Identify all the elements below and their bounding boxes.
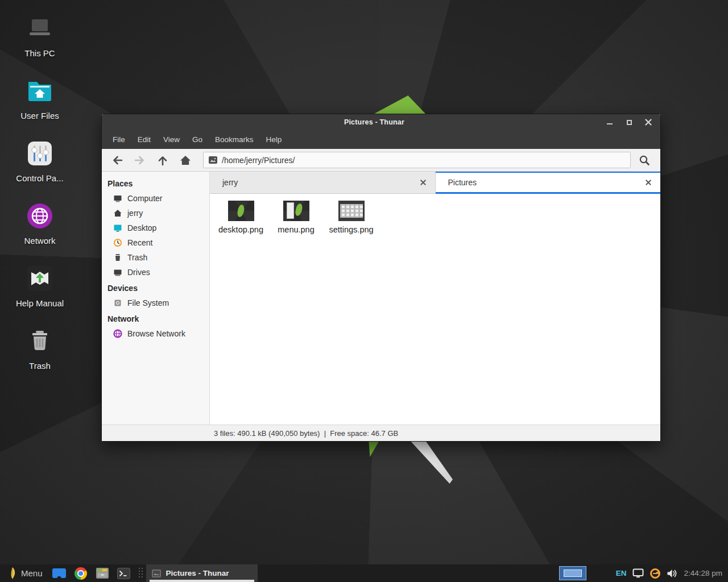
tab-close-icon[interactable] [420,179,427,186]
home-button[interactable] [176,152,195,169]
search-icon [638,154,651,167]
minimize-button[interactable] [606,118,614,126]
maximize-button[interactable] [625,118,633,126]
search-button[interactable] [634,152,655,169]
sidebar-item-label: Recent [127,238,152,247]
path-bar[interactable]: /home/jerry/Pictures/ [203,152,631,168]
tab-close-icon[interactable] [645,179,652,186]
distro-feather-icon [8,567,16,580]
desktop-icon-this-pc[interactable]: This PC [6,15,74,58]
desktop-icon-trash[interactable]: Trash [6,327,74,371]
file-cabinet-icon [96,567,109,579]
file-manager-launcher[interactable] [94,564,111,582]
sidebar: Places Computer jerry Desktop Recent [102,172,210,425]
desktop-icon-control-panel[interactable]: Control Pa... [6,140,74,183]
sidebar-item-recent[interactable]: Recent [102,235,209,250]
toolbar: /home/jerry/Pictures/ [102,149,660,172]
menu-button-label: Menu [21,568,43,578]
show-desktop-launcher[interactable] [51,564,68,582]
terminal-launcher[interactable] [115,564,133,582]
volume-icon[interactable] [667,569,677,578]
status-text: 3 files: 490.1 kB (490,050 bytes) | Free… [214,429,398,438]
back-button[interactable] [107,152,127,169]
taskbar-window-button[interactable]: Pictures - Thunar [146,564,258,582]
trash-icon [113,253,122,262]
desktop-wallpaper: This PC User Files Control Pa... Network… [0,0,728,582]
window-thumbnail-icon [152,569,161,577]
harddisk-icon [113,298,122,307]
desktop-icon-label: Network [6,236,74,246]
applications-menu-button[interactable]: Menu [5,564,46,582]
menu-file[interactable]: File [106,130,131,149]
desktop-icon [113,223,122,232]
keyboard-layout-indicator[interactable]: EN [616,569,627,577]
sidebar-header-network: Network [102,310,209,326]
sidebar-header-places: Places [102,175,209,191]
file-name: settings.png [329,225,373,234]
chrome-icon [75,567,87,580]
desktop-icon-help-manual[interactable]: Help Manual [6,265,74,308]
workspace-switcher[interactable] [559,566,586,580]
menu-bookmarks[interactable]: Bookmarks [209,130,260,149]
file-item-desktop-png[interactable]: desktop.png [213,199,268,234]
file-name: desktop.png [218,225,263,234]
sidebar-item-label: Trash [127,253,147,262]
sidebar-header-devices: Devices [102,280,209,296]
menu-view[interactable]: View [157,130,186,149]
tasklist-handle[interactable] [138,568,143,579]
back-arrow-icon [111,155,123,166]
system-tray: EN [616,568,678,579]
display-icon[interactable] [632,568,644,578]
tab-label: Pictures [448,178,646,187]
update-manager-icon[interactable] [650,568,660,579]
sidebar-item-browse-network[interactable]: Browse Network [102,326,209,341]
tab-bar: jerry Pictures [210,172,660,194]
sidebar-item-drives[interactable]: Drives [102,265,209,280]
file-list-view[interactable]: desktop.png menu.png settings.png [210,194,660,425]
chrome-launcher[interactable] [72,564,89,582]
close-button[interactable] [644,118,652,126]
taskbar-window-label: Pictures - Thunar [166,569,229,577]
sidebar-item-computer[interactable]: Computer [102,191,209,206]
menu-help[interactable]: Help [260,130,288,149]
menu-go[interactable]: Go [186,130,209,149]
home-icon [179,155,192,166]
forward-button[interactable] [130,152,150,169]
thunar-window: Pictures - Thunar File Edit View Go Book… [101,114,661,442]
desktop-icon-label: This PC [6,48,74,58]
file-item-settings-png[interactable]: settings.png [324,199,379,234]
file-item-menu-png[interactable]: menu.png [268,199,324,234]
home-folder-icon [26,77,53,105]
window-titlebar[interactable]: Pictures - Thunar [102,114,660,130]
wallpaper-logo-green-sliver [367,442,379,457]
desktop-png-thumbnail [228,201,254,221]
desktop-icon-network[interactable]: Network [6,202,74,246]
sidebar-item-trash[interactable]: Trash [102,250,209,265]
menu-edit[interactable]: Edit [131,130,157,149]
drive-icon [113,268,122,277]
terminal-icon [117,568,130,579]
close-icon [644,118,652,126]
desktop-icon-label: User Files [6,111,74,120]
clock[interactable]: 2:44:28 pm [684,569,725,577]
blue-screen-icon [52,567,67,580]
tab-jerry[interactable]: jerry [210,172,436,194]
desktop-icon-user-files[interactable]: User Files [6,77,74,120]
sidebar-item-label: Computer [127,194,162,203]
manual-map-icon [26,265,53,292]
sidebar-item-file-system[interactable]: File System [102,296,209,310]
desktop-icon-label: Control Pa... [6,173,74,183]
menubar: File Edit View Go Bookmarks Help [102,130,660,149]
sidebar-item-label: Desktop [127,223,156,232]
settings-png-thumbnail [338,201,365,221]
desktop-icon-label: Help Manual [6,298,74,308]
sidebar-item-label: File System [127,298,169,307]
tab-pictures[interactable]: Pictures [436,172,661,194]
sidebar-item-desktop[interactable]: Desktop [102,221,209,235]
window-title: Pictures - Thunar [102,118,598,126]
up-button[interactable] [153,152,172,169]
sidebar-item-label: Drives [127,268,150,277]
sidebar-item-jerry[interactable]: jerry [102,206,209,221]
forward-arrow-icon [134,155,146,166]
wallpaper-logo-white-blade [408,442,453,484]
